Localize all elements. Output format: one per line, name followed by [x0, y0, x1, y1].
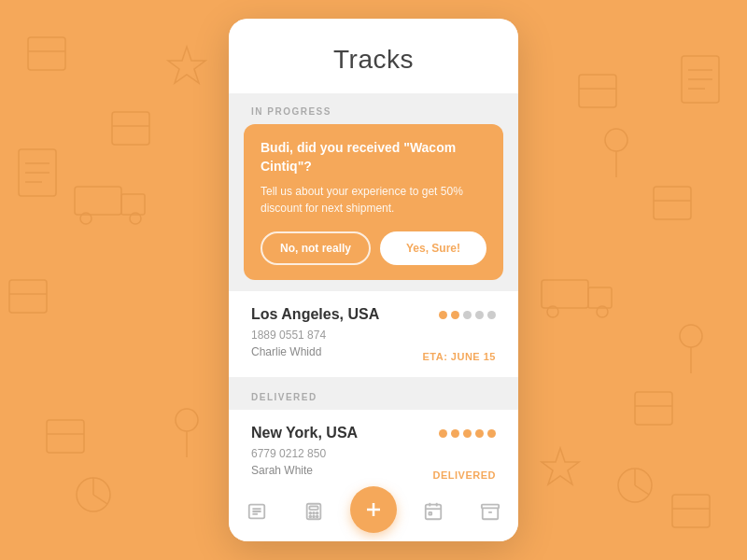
dot-ny-1 — [439, 429, 447, 438]
track-eta-la: ETA: JUNE 15 — [422, 351, 496, 362]
svg-rect-4 — [579, 75, 616, 107]
svg-rect-6 — [654, 187, 691, 219]
svg-rect-8 — [47, 420, 84, 453]
dot-4 — [475, 311, 484, 319]
svg-rect-0 — [28, 37, 65, 70]
dot-2 — [451, 311, 459, 319]
svg-rect-16 — [542, 280, 588, 308]
svg-line-32 — [93, 495, 107, 504]
svg-rect-17 — [588, 287, 612, 308]
track-item-la[interactable]: Los Angeles, USA 1889 0551 874 Charlie W… — [229, 291, 518, 377]
list-icon — [247, 501, 267, 522]
track-recipient-ny: Sarah White — [251, 464, 326, 477]
svg-marker-37 — [542, 448, 579, 484]
track-item-ny[interactable]: New York, USA 6779 0212 850 Sarah White … — [229, 410, 518, 482]
notification-body: Tell us about your experience to get 50%… — [261, 183, 486, 217]
nav-item-calculator[interactable] — [293, 491, 334, 532]
svg-rect-14 — [9, 280, 47, 313]
dot-3 — [463, 311, 472, 319]
nav-item-calendar[interactable] — [413, 491, 454, 532]
section-label-in-progress: IN PROGRESS — [229, 93, 518, 124]
dot-ny-5 — [487, 429, 496, 438]
svg-point-26 — [605, 129, 627, 151]
svg-point-28 — [680, 325, 702, 347]
card-header: Tracks — [229, 19, 518, 93]
dot-1 — [439, 311, 447, 319]
svg-rect-20 — [75, 187, 121, 215]
svg-rect-10 — [635, 392, 672, 425]
svg-rect-64 — [429, 512, 431, 515]
track-item-la-header: Los Angeles, USA — [251, 306, 496, 323]
track-recipient-la: Charlie Whidd — [251, 345, 326, 358]
svg-rect-60 — [426, 505, 442, 520]
track-dots-la — [439, 311, 496, 319]
page-title: Tracks — [251, 45, 496, 75]
nav-item-archive[interactable] — [470, 491, 511, 532]
nav-item-list[interactable] — [236, 491, 277, 532]
track-number-ny: 6779 0212 850 — [251, 447, 326, 460]
svg-rect-12 — [672, 495, 710, 527]
track-meta-ny: 6779 0212 850 Sarah White DELIVERED — [251, 447, 496, 481]
notification-title: Budi, did you received "Wacom Cintiq"? — [261, 139, 486, 175]
dot-ny-2 — [451, 429, 459, 438]
dot-ny-3 — [463, 429, 472, 438]
svg-point-55 — [310, 516, 312, 518]
track-meta-la: 1889 0551 874 Charlie Whidd ETA: JUNE 15 — [251, 329, 496, 362]
track-dots-ny — [439, 429, 496, 438]
svg-point-56 — [313, 516, 315, 518]
svg-rect-21 — [121, 194, 145, 215]
svg-point-54 — [317, 512, 318, 514]
card-content: IN PROGRESS Budi, did you received "Waco… — [229, 93, 518, 482]
svg-rect-51 — [310, 507, 318, 511]
main-card: Tracks IN PROGRESS Budi, did you receive… — [229, 19, 518, 541]
dot-ny-4 — [475, 429, 484, 438]
track-number-la: 1889 0551 874 — [251, 329, 326, 342]
section-label-delivered: DELIVERED — [229, 379, 518, 410]
track-info-ny: 6779 0212 850 Sarah White — [251, 447, 326, 481]
track-item-ny-header: New York, USA — [251, 425, 496, 441]
svg-rect-65 — [481, 505, 498, 509]
svg-line-35 — [635, 485, 649, 495]
svg-point-24 — [176, 409, 198, 431]
add-icon — [362, 498, 385, 521]
nav-fab-add[interactable] — [350, 486, 397, 533]
svg-rect-2 — [112, 112, 149, 145]
svg-point-57 — [317, 516, 318, 518]
svg-point-52 — [310, 512, 312, 514]
track-location-ny: New York, USA — [251, 425, 358, 441]
track-delivered-ny: DELIVERED — [433, 469, 496, 481]
track-info-la: 1889 0551 874 Charlie Whidd — [251, 329, 326, 362]
calculator-icon — [303, 501, 324, 522]
notification-banner: Budi, did you received "Wacom Cintiq"? T… — [244, 124, 503, 280]
calendar-icon — [423, 501, 444, 522]
svg-point-53 — [313, 512, 315, 514]
no-not-really-button[interactable]: No, not really — [261, 231, 371, 265]
svg-marker-36 — [168, 47, 205, 83]
archive-icon — [480, 501, 500, 522]
yes-sure-button[interactable]: Yes, Sure! — [380, 231, 486, 265]
track-location-la: Los Angeles, USA — [251, 306, 379, 323]
bottom-nav — [229, 482, 518, 541]
dot-5 — [487, 311, 496, 319]
notification-actions: No, not really Yes, Sure! — [261, 231, 486, 265]
